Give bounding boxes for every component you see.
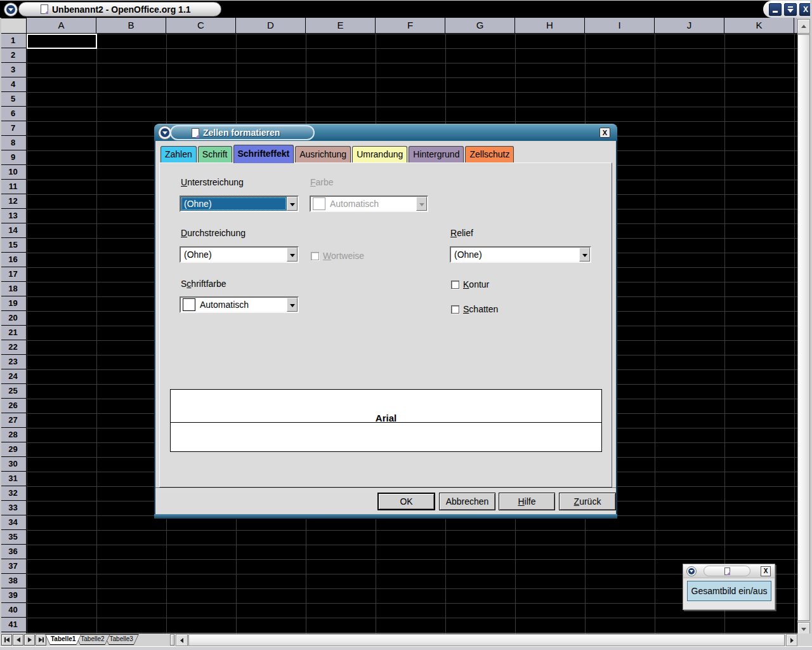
row-header-30[interactable]: 30 — [0, 457, 26, 472]
row-header-31[interactable]: 31 — [0, 472, 26, 486]
font-color-dropdown-button[interactable] — [287, 298, 298, 312]
outline-checkbox[interactable]: Kontur — [451, 279, 489, 289]
row-header-5[interactable]: 5 — [0, 92, 26, 107]
row-header-26[interactable]: 26 — [0, 399, 26, 413]
float-window-titlebar[interactable]: X — [683, 564, 775, 578]
tab-zellschutz[interactable]: Zellschutz — [465, 146, 514, 162]
strikethrough-dropdown-button[interactable] — [287, 248, 298, 262]
window-titlebar[interactable]: Unbenannt2 - OpenOffice.org 1.1 X — [0, 0, 812, 18]
row-header-1[interactable]: 1 — [0, 34, 26, 48]
scroll-up-button[interactable] — [797, 19, 810, 34]
row-header-32[interactable]: 32 — [0, 486, 26, 501]
row-header-4[interactable]: 4 — [0, 77, 26, 92]
row-header-20[interactable]: 20 — [0, 311, 26, 326]
row-header-21[interactable]: 21 — [0, 326, 26, 340]
row-header-29[interactable]: 29 — [0, 442, 26, 457]
row-header-18[interactable]: 18 — [0, 282, 26, 296]
shadow-checkbox[interactable]: Schatten — [451, 304, 498, 314]
window-menu-button[interactable] — [4, 3, 18, 17]
column-header-A[interactable]: A — [27, 18, 96, 34]
help-button[interactable]: Hilfe — [499, 493, 555, 510]
font-color-select[interactable]: Automatisch — [180, 296, 299, 313]
dialog-close-button[interactable]: X — [599, 128, 610, 138]
row-header-10[interactable]: 10 — [0, 165, 26, 180]
row-header-3[interactable]: 3 — [0, 63, 26, 77]
float-close-button[interactable]: X — [761, 566, 771, 576]
scroll-left-button[interactable] — [176, 634, 188, 646]
row-header-39[interactable]: 39 — [0, 588, 26, 603]
float-menu-button[interactable] — [686, 566, 697, 576]
row-header-37[interactable]: 37 — [0, 559, 26, 574]
row-header-9[interactable]: 9 — [0, 150, 26, 165]
tab-schrifteffekt[interactable]: Schrifteffekt — [233, 145, 294, 163]
row-header-17[interactable]: 17 — [0, 267, 26, 282]
column-header-E[interactable]: E — [306, 18, 376, 34]
strikethrough-select[interactable]: (Ohne) — [180, 246, 299, 263]
dialog-titlebar[interactable]: Zellen formatieren X — [154, 124, 617, 141]
row-header-7[interactable]: 7 — [0, 121, 26, 136]
horizontal-scrollbar[interactable] — [176, 634, 797, 646]
vertical-scrollbar[interactable] — [797, 18, 810, 646]
horizontal-scroll-thumb[interactable] — [188, 634, 785, 646]
row-header-15[interactable]: 15 — [0, 238, 26, 253]
row-header-25[interactable]: 25 — [0, 384, 26, 399]
column-header-B[interactable]: B — [96, 18, 166, 34]
row-header-24[interactable]: 24 — [0, 369, 26, 384]
column-header-C[interactable]: C — [166, 18, 236, 34]
scroll-right-button[interactable] — [786, 634, 797, 646]
vertical-scroll-thumb[interactable] — [797, 34, 810, 621]
row-header-2[interactable]: 2 — [0, 48, 26, 63]
gesamtbild-button[interactable]: Gesamtbild ein/aus — [687, 581, 771, 601]
row-header-12[interactable]: 12 — [0, 194, 26, 209]
back-button[interactable]: Zurück — [559, 493, 616, 510]
cancel-button[interactable]: Abbrechen — [439, 493, 495, 510]
column-header-G[interactable]: G — [445, 18, 515, 34]
row-header-23[interactable]: 23 — [0, 355, 26, 369]
relief-select[interactable]: (Ohne) — [450, 246, 591, 263]
column-header-I[interactable]: I — [585, 18, 655, 34]
ok-button[interactable]: OK — [377, 493, 435, 510]
tab-schrift[interactable]: Schrift — [198, 146, 232, 162]
sheet-tab-tabelle1[interactable]: Tabelle1 — [45, 634, 81, 645]
row-header-11[interactable]: 11 — [0, 180, 26, 194]
row-header-22[interactable]: 22 — [0, 340, 26, 355]
row-header-19[interactable]: 19 — [0, 296, 26, 311]
scrollbar-splitter[interactable] — [170, 634, 174, 646]
column-header-F[interactable]: F — [376, 18, 445, 34]
row-header-41[interactable]: 41 — [0, 618, 26, 632]
tab-hintergrund[interactable]: Hintergrund — [409, 146, 464, 162]
relief-dropdown-button[interactable] — [579, 248, 590, 262]
row-header-38[interactable]: 38 — [0, 574, 26, 588]
tab-ausrichtung[interactable]: Ausrichtung — [295, 146, 351, 162]
column-header-H[interactable]: H — [515, 18, 585, 34]
row-header-34[interactable]: 34 — [0, 515, 26, 530]
row-header-35[interactable]: 35 — [0, 530, 26, 545]
next-sheet-button[interactable] — [24, 634, 35, 646]
row-header-28[interactable]: 28 — [0, 428, 26, 442]
row-header-36[interactable]: 36 — [0, 545, 26, 559]
tab-umrandung[interactable]: Umrandung — [352, 146, 407, 162]
row-header-33[interactable]: 33 — [0, 501, 26, 515]
tab-zahlen[interactable]: Zahlen — [160, 146, 197, 162]
row-header-27[interactable]: 27 — [0, 413, 26, 428]
row-header-40[interactable]: 40 — [0, 603, 26, 618]
row-headers: 1234567891011121314151617181920212223242… — [0, 34, 27, 633]
row-header-8[interactable]: 8 — [0, 136, 26, 150]
row-header-6[interactable]: 6 — [0, 107, 26, 121]
underline-dropdown-button[interactable] — [287, 197, 298, 211]
underline-select[interactable]: (Ohne) — [180, 196, 299, 212]
minimize-button[interactable] — [769, 3, 782, 16]
word-only-label: Wortweise — [323, 251, 364, 261]
prev-sheet-button[interactable] — [13, 634, 23, 646]
column-header-K[interactable]: K — [724, 18, 794, 34]
column-header-D[interactable]: D — [236, 18, 306, 34]
row-header-13[interactable]: 13 — [0, 209, 26, 223]
first-sheet-button[interactable] — [1, 634, 12, 646]
row-header-16[interactable]: 16 — [0, 253, 26, 267]
font-preview-text: Arial — [171, 390, 601, 423]
row-header-14[interactable]: 14 — [0, 223, 26, 238]
column-header-J[interactable]: J — [655, 18, 724, 34]
selected-cell[interactable] — [27, 34, 97, 49]
shade-button[interactable] — [784, 3, 797, 16]
select-all-corner[interactable] — [0, 18, 27, 34]
